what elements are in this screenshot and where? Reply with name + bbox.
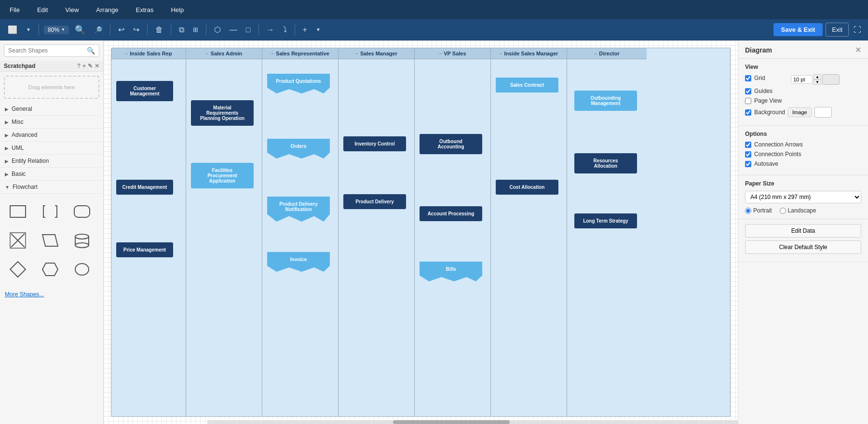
node-credit-management[interactable]: Credit Management (116, 180, 173, 195)
right-panel-close-btn[interactable]: ✕ (855, 45, 861, 54)
more-shapes-link[interactable]: More Shapes... (0, 287, 103, 302)
node-sales-contract[interactable]: Sales Contract (496, 78, 558, 93)
node-customer-management[interactable]: CustomerManagement (116, 81, 173, 101)
zoom-out-btn[interactable]: 🔎 (91, 24, 105, 36)
lane-collapse-5[interactable]: − (439, 51, 442, 56)
scratchpad-help-icon[interactable]: ? (77, 63, 81, 69)
node-material-requirements[interactable]: MaterialRequirementsPlanning Operation (191, 100, 254, 126)
zoom-in-btn[interactable]: 🔍 (72, 23, 88, 37)
grid-color-swatch[interactable] (822, 74, 840, 85)
node-cost-allocation[interactable]: Cost Allocation (496, 180, 558, 195)
connection-points-checkbox[interactable] (745, 151, 751, 158)
category-flowchart[interactable]: ▼ Flowchart (0, 181, 103, 194)
menu-arrange[interactable]: Arrange (92, 4, 122, 15)
connection-points-label[interactable]: Connection Points (754, 151, 801, 158)
autosave-checkbox[interactable] (745, 161, 751, 167)
node-orders[interactable]: Orders (267, 139, 330, 159)
undo-btn[interactable]: ↩ (115, 23, 127, 36)
panel-toggle-btn[interactable]: ⬜ (5, 23, 20, 36)
shape-bracket[interactable] (37, 199, 63, 225)
copy-btn[interactable]: ⧉ (176, 24, 187, 36)
search-input[interactable] (8, 47, 87, 54)
shape-cross[interactable] (5, 227, 31, 253)
save-exit-button[interactable]: Save & Exit (773, 23, 823, 36)
line-btn[interactable]: — (227, 24, 240, 36)
background-checkbox[interactable] (745, 109, 751, 116)
shape-btn[interactable]: □ (243, 24, 254, 36)
scratchpad-close-icon[interactable]: ✕ (95, 63, 99, 69)
canvas[interactable]: − Inside Sales Rep CustomerManagement Cr… (104, 40, 738, 424)
guides-label[interactable]: Guides (754, 88, 773, 94)
page-view-checkbox[interactable] (745, 98, 751, 104)
scratchpad-add-icon[interactable]: + (82, 63, 86, 69)
node-facilities-procurement[interactable]: FacilitiesProcurementApplication (191, 163, 254, 188)
panel-toggle-arrow[interactable]: ▼ (23, 25, 34, 34)
clear-default-style-button[interactable]: Clear Default Style (745, 240, 861, 254)
shape-hexagon[interactable] (37, 256, 63, 282)
lane-collapse-1[interactable]: − (125, 51, 128, 56)
portrait-radio[interactable] (745, 208, 751, 214)
category-basic[interactable]: ▶ Basic (0, 168, 103, 181)
grid-label[interactable]: Grid (754, 75, 783, 81)
node-product-delivery-notification[interactable]: Product DeliveryNotification (267, 197, 330, 222)
scratchpad-edit-icon[interactable]: ✎ (88, 63, 93, 69)
lane-collapse-3[interactable]: − (271, 51, 274, 56)
autosave-label[interactable]: Autosave (754, 160, 778, 167)
landscape-label[interactable]: Landscape (780, 207, 816, 214)
grid-pt-input[interactable] (791, 75, 813, 84)
menu-extras[interactable]: Extras (132, 4, 158, 15)
category-entity-relation[interactable]: ▶ Entity Relation (0, 155, 103, 168)
connection-arrows-label[interactable]: Connection Arrows (754, 141, 803, 148)
paper-size-select[interactable]: A4 (210 mm x 297 mm) (745, 191, 861, 203)
node-invoice[interactable]: Invoice (267, 252, 330, 272)
insert-btn[interactable]: + (300, 24, 310, 36)
node-price-management[interactable]: Price Management (116, 242, 173, 257)
lane-collapse-7[interactable]: − (594, 51, 597, 56)
category-uml[interactable]: ▶ UML (0, 142, 103, 155)
canvas-scrollbar-thumb[interactable] (393, 420, 510, 424)
node-account-processing[interactable]: Account Processing (420, 206, 482, 221)
menu-file[interactable]: File (6, 4, 24, 15)
category-general[interactable]: ▶ General (0, 103, 103, 116)
menu-view[interactable]: View (61, 4, 82, 15)
node-product-quotations[interactable]: Product Quotations (267, 74, 330, 93)
shape-diamond[interactable] (5, 256, 31, 282)
category-advanced[interactable]: ▶ Advanced (0, 129, 103, 142)
page-view-label[interactable]: Page View (754, 97, 782, 104)
menu-edit[interactable]: Edit (33, 4, 52, 15)
lane-collapse-6[interactable]: − (500, 51, 502, 56)
delete-btn[interactable]: 🗑 (152, 24, 166, 36)
lane-collapse-4[interactable]: − (355, 51, 358, 56)
exit-button[interactable]: Exit (826, 23, 849, 37)
node-bills[interactable]: Bills (420, 262, 482, 281)
portrait-label[interactable]: Portrait (745, 207, 772, 214)
connection-arrows-checkbox[interactable] (745, 142, 751, 148)
grid-up-btn[interactable]: ▲ (814, 74, 821, 80)
background-label[interactable]: Background (754, 109, 785, 116)
guides-checkbox[interactable] (745, 88, 751, 94)
shape-cylinder[interactable] (69, 227, 95, 253)
shape-rectangle[interactable] (5, 199, 31, 225)
node-resources-allocation[interactable]: ResourcesAllocation (574, 153, 637, 173)
menu-help[interactable]: Help (167, 4, 188, 15)
search-icon[interactable]: 🔍 (87, 47, 95, 54)
redo-btn[interactable]: ↪ (130, 23, 142, 36)
clone-btn[interactable]: ⊞ (190, 24, 201, 35)
grid-checkbox[interactable] (745, 75, 751, 81)
shape-oval-cylinder[interactable] (69, 256, 95, 282)
node-product-delivery[interactable]: Product Delivery (343, 194, 406, 209)
shape-parallelogram[interactable] (37, 227, 63, 253)
insert-arrow[interactable]: ▼ (313, 25, 324, 34)
category-misc[interactable]: ▶ Misc (0, 116, 103, 129)
waypoint-btn[interactable]: ⤵ (280, 24, 290, 36)
fill-btn[interactable]: ⬡ (211, 23, 224, 36)
background-color-swatch[interactable] (814, 107, 832, 118)
connection-btn[interactable]: → (264, 24, 277, 36)
node-inventory-control[interactable]: Inventory Control (343, 136, 406, 151)
shape-rounded-rectangle[interactable] (69, 199, 95, 225)
fullscreen-button[interactable]: ⛶ (852, 24, 863, 36)
landscape-radio[interactable] (780, 208, 786, 214)
grid-down-btn[interactable]: ▼ (814, 80, 821, 85)
node-outbound-accounting[interactable]: OutboundAccounting (420, 134, 482, 154)
lane-collapse-2[interactable]: − (206, 51, 209, 56)
